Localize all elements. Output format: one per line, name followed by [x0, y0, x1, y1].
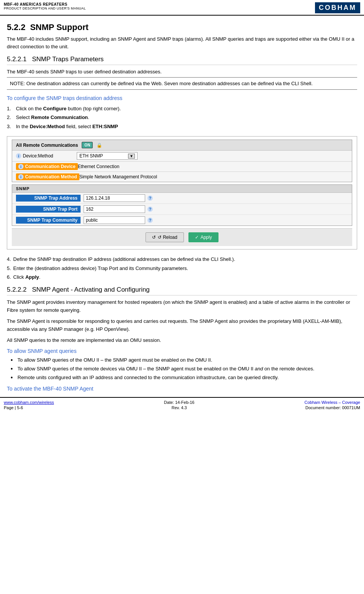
- activate-title: To activate the MBF-40 SNMP Agent: [7, 386, 357, 392]
- device-method-value: ETH SNMP ▼: [77, 152, 348, 160]
- lower-step-5: 5. Enter the (destination address device…: [7, 264, 357, 273]
- section-5222-title: 5.2.2.2 SNMP Agent - Activating and Conf…: [7, 286, 357, 295]
- lower-step-6: 6. Click Apply.: [7, 273, 357, 281]
- footer-center: Date: 14-Feb-16 Rev. 4.3: [164, 400, 195, 410]
- help-icon-address[interactable]: ?: [147, 195, 153, 201]
- bullet-2: • To allow SNMP queries of the remote de…: [11, 365, 357, 373]
- footer-cobham: Cobham Wireless – Coverage: [304, 400, 360, 405]
- footer-page: Page | 5-6: [4, 405, 54, 410]
- device-method-row: i Device:Method ETH SNMP ▼: [12, 151, 352, 162]
- allow-queries-title: To allow SNMP agent queries: [7, 348, 357, 354]
- snmp-trap-address-row: SNMP Trap Address ?: [12, 193, 352, 204]
- info-icon-comm-device[interactable]: i: [18, 164, 24, 169]
- lock-icon: 🔒: [97, 143, 102, 148]
- note-box: NOTE: One destination address can curren…: [7, 77, 357, 90]
- device-method-label: i Device:Method: [16, 153, 77, 159]
- footer-website[interactable]: www.cobham.com/wireless: [4, 400, 54, 405]
- doc-subtitle: PRODUCT DESCRIPTION AND USER'S MANUAL: [4, 6, 86, 10]
- lower-steps: 4. Define the SNMP trap destination IP a…: [7, 255, 357, 281]
- allow-queries-bullets: • To allow SNMP queries of the OMU II – …: [7, 356, 357, 381]
- comm-device-value: Ethernet Connection: [78, 164, 348, 169]
- footer-left: www.cobham.com/wireless Page | 5-6: [4, 400, 54, 410]
- snmp-trap-address-label: SNMP Trap Address: [16, 195, 81, 202]
- footer-rev: Rev. 4.3: [172, 405, 187, 410]
- on-off-toggle[interactable]: ON: [82, 142, 93, 148]
- snmp-trap-port-label: SNMP Trap Port: [16, 206, 81, 213]
- rc-section: All Remote Communications ON 🔒 i Device:…: [12, 140, 352, 182]
- reload-button[interactable]: ↺ ↺ Reload: [146, 232, 184, 242]
- configure-steps: 1. Click on the Configure button (top ri…: [7, 104, 357, 131]
- select-value: ETH SNMP: [79, 153, 103, 159]
- section-522-intro: The MBF-40 includes SNMP support, includ…: [7, 35, 357, 50]
- remote-communication-panel: All Remote Communications ON 🔒 i Device:…: [7, 136, 357, 249]
- snmp-section: SNMP SNMP Trap Address ? SNMP Trap Port …: [12, 184, 352, 226]
- snmp-trap-community-field[interactable]: [84, 216, 145, 224]
- snmp-trap-community-label: SNMP Trap Community: [16, 217, 81, 224]
- help-icon-community[interactable]: ?: [147, 218, 153, 223]
- section-5222-para2: The SNMP Agent is responsible for respon…: [7, 318, 357, 334]
- comm-method-row: i Communication Method Simple Network Ma…: [12, 172, 352, 182]
- snmp-trap-community-row: SNMP Trap Community ?: [12, 215, 352, 226]
- section-522-title: 5.2.2 SNMP Support: [7, 22, 357, 32]
- comm-device-label: i Communication Device: [16, 163, 78, 170]
- apply-label: Apply: [201, 235, 212, 240]
- apply-button[interactable]: ✓ Apply: [188, 232, 218, 242]
- panel-inner: All Remote Communications ON 🔒 i Device:…: [7, 137, 357, 249]
- comm-device-row: i Communication Device Ethernet Connecti…: [12, 162, 352, 172]
- device-method-select[interactable]: ETH SNMP ▼: [77, 152, 138, 160]
- rc-top-row: All Remote Communications ON 🔒: [12, 140, 352, 151]
- comm-method-label: i Communication Method: [16, 173, 79, 180]
- snmp-header-label: SNMP: [12, 185, 352, 193]
- header-title-block: MBF-40 AMERICAS REPEATERS PRODUCT DESCRI…: [4, 2, 86, 10]
- reload-icon: ↺: [152, 235, 156, 240]
- action-buttons-row: ↺ ↺ Reload ✓ Apply: [12, 228, 352, 246]
- page-footer: www.cobham.com/wireless Page | 5-6 Date:…: [0, 397, 364, 412]
- rc-section-label: All Remote Communications: [16, 143, 78, 148]
- configure-traps-title: To configure the SNMP traps destination …: [7, 95, 357, 101]
- lower-step-4: 4. Define the SNMP trap destination IP a…: [7, 255, 357, 264]
- footer-right: Cobham Wireless – Coverage Document numb…: [304, 400, 360, 410]
- snmp-trap-port-row: SNMP Trap Port ?: [12, 204, 352, 215]
- step-3: 3. In the Device:Method field, select ET…: [7, 122, 357, 131]
- dropdown-arrow[interactable]: ▼: [128, 154, 135, 159]
- info-icon-comm-method[interactable]: i: [18, 174, 24, 179]
- doc-title: MBF-40 AMERICAS REPEATERS: [4, 2, 86, 6]
- bullet-1: • To allow SNMP queries of the OMU II – …: [11, 356, 357, 364]
- footer-date: Date: 14-Feb-16: [164, 400, 195, 405]
- section-5222-para1: The SNMP agent provides inventory manage…: [7, 299, 357, 314]
- step-2: 2. Select Remote Communication.: [7, 113, 357, 122]
- help-icon-port[interactable]: ?: [147, 206, 153, 212]
- snmp-trap-address-input-group: ?: [81, 194, 348, 202]
- section-5221-intro: The MBF-40 sends SNMP traps to user defi…: [7, 68, 357, 76]
- footer-doc: Document number: 00071UM: [305, 405, 360, 410]
- step-1: 1. Click on the Configure button (top ri…: [7, 104, 357, 113]
- company-logo: COBHAM: [315, 2, 360, 13]
- reload-label: ↺ Reload: [158, 235, 177, 240]
- snmp-trap-port-field[interactable]: [84, 205, 145, 213]
- section-5222-para3: All SNMP queries to the remote are imple…: [7, 337, 357, 345]
- apply-icon: ✓: [195, 235, 199, 240]
- comm-method-value: Simple Network Management Protocol: [79, 174, 348, 179]
- bullet-3: • Remote units configured with an IP add…: [11, 374, 357, 382]
- page-header: MBF-40 AMERICAS REPEATERS PRODUCT DESCRI…: [0, 0, 364, 16]
- main-content: 5.2.2 SNMP Support The MBF-40 includes S…: [0, 16, 364, 397]
- snmp-trap-port-input-group: ?: [81, 205, 348, 213]
- snmp-trap-community-input-group: ?: [81, 216, 348, 224]
- logo-text: COBHAM: [319, 4, 356, 12]
- section-5221-title: 5.2.2.1 SNMP Traps Parameters: [7, 56, 357, 65]
- info-icon-device[interactable]: i: [16, 153, 21, 159]
- snmp-trap-address-field[interactable]: [84, 194, 145, 202]
